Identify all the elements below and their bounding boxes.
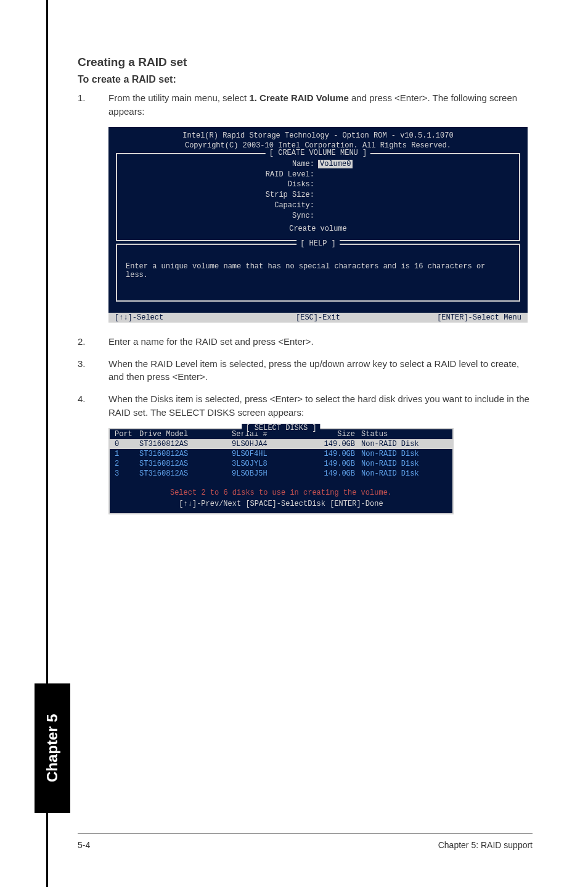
bios-header-1: Intel(R) Rapid Storage Technology - Opti… (113, 131, 523, 141)
hdr-model: Drive Model (139, 430, 232, 439)
footer-chapter: Chapter 5: RAID support (438, 840, 533, 850)
list-item: 3. When the RAID Level item is selected,… (78, 357, 533, 384)
table-row[interactable]: 0 ST3160812AS 9LSOHJA4 149.0GB Non-RAID … (110, 439, 452, 449)
label-create-volume[interactable]: Create volume (117, 224, 519, 234)
select-disks-nav: [↑↓]-Prev/Next [SPACE]-SelectDisk [ENTER… (110, 500, 452, 508)
step-body: From the utility main menu, select 1. Cr… (108, 91, 533, 118)
section-title: Creating a RAID set (78, 56, 533, 69)
label-raid-level[interactable]: RAID Level: (117, 170, 318, 180)
kbd-enter: [ENTER]-Select Menu (394, 313, 521, 322)
step-text-bold: 1. Create RAID Volume (249, 93, 348, 103)
cell-port: 2 (115, 460, 139, 468)
bios-help-frame: [ HELP ] Enter a unique volume name that… (116, 244, 520, 302)
hdr-port: Port (115, 430, 139, 439)
cell-model: ST3160812AS (139, 469, 232, 478)
field-name-value[interactable]: Volume0 (318, 160, 353, 168)
cell-port: 0 (115, 440, 139, 448)
kbd-esc: [ESC]-Exit (242, 313, 394, 322)
step-number: 1. (78, 91, 108, 118)
cell-size: 149.0GB (312, 440, 361, 448)
step-text-pre: From the utility main menu, select (108, 93, 249, 103)
page-footer: 5-4 Chapter 5: RAID support (78, 833, 533, 850)
table-row[interactable]: 2 ST3160812AS 3LSOJYL8 149.0GB Non-RAID … (110, 459, 452, 469)
footer-page-number: 5-4 (78, 840, 90, 850)
cell-serial: 9LSOBJ5H (232, 469, 312, 478)
list-item: 4. When the Disks item is selected, pres… (78, 392, 533, 419)
list-item: 2. Enter a name for the RAID set and pre… (78, 335, 533, 349)
step-number: 4. (78, 392, 108, 419)
cell-model: ST3160812AS (139, 440, 232, 448)
page-content: Creating a RAID set To create a RAID set… (0, 0, 588, 514)
step-body: When the Disks item is selected, press <… (108, 392, 533, 419)
cell-model: ST3160812AS (139, 460, 232, 468)
hdr-status: Status (361, 430, 447, 439)
label-name: Name: (117, 159, 318, 170)
select-disks-legend: [ SELECT DISKS ] (242, 424, 320, 432)
cell-size: 149.0GB (312, 469, 361, 478)
table-row[interactable]: 1 ST3160812AS 9LSOF4HL 149.0GB Non-RAID … (110, 449, 452, 459)
cell-size: 149.0GB (312, 450, 361, 458)
bios-help-text: Enter a unique volume name that has no s… (126, 262, 510, 279)
label-sync[interactable]: Sync: (117, 211, 318, 221)
bios-help-legend: [ HELP ] (296, 239, 340, 248)
bios-select-disks: [ SELECT DISKS ] Port Drive Model Serial… (108, 428, 454, 514)
table-row[interactable]: 3 ST3160812AS 9LSOBJ5H 149.0GB Non-RAID … (110, 469, 452, 479)
cell-status: Non-RAID Disk (361, 440, 447, 448)
cell-status: Non-RAID Disk (361, 460, 447, 468)
list-item: 1. From the utility main menu, select 1.… (78, 91, 533, 118)
cell-serial: 3LSOJYL8 (232, 460, 312, 468)
cell-status: Non-RAID Disk (361, 450, 447, 458)
chapter-tab: Chapter 5 (35, 683, 70, 813)
cell-serial: 9LSOHJA4 (232, 440, 312, 448)
bios-create-volume: Intel(R) Rapid Storage Technology - Opti… (108, 127, 528, 323)
kbd-select: [↑↓]-Select (115, 313, 242, 322)
select-disks-msg: Select 2 to 6 disks to use in creating t… (110, 489, 452, 497)
label-capacity[interactable]: Capacity: (117, 200, 318, 211)
cell-size: 149.0GB (312, 460, 361, 468)
step-number: 2. (78, 335, 108, 349)
bios-create-legend: [ CREATE VOLUME MENU ] (266, 149, 370, 157)
cell-port: 3 (115, 469, 139, 478)
step-number: 3. (78, 357, 108, 384)
cell-serial: 9LSOF4HL (232, 450, 312, 458)
step-body: When the RAID Level item is selected, pr… (108, 357, 533, 384)
cell-port: 1 (115, 450, 139, 458)
label-strip-size[interactable]: Strip Size: (117, 190, 318, 200)
cell-model: ST3160812AS (139, 450, 232, 458)
bios-status-bar: [↑↓]-Select [ESC]-Exit [ENTER]-Select Me… (108, 313, 528, 323)
section-subtitle: To create a RAID set: (78, 74, 533, 85)
cell-status: Non-RAID Disk (361, 469, 447, 478)
label-disks[interactable]: Disks: (117, 179, 318, 190)
bios-create-frame: [ CREATE VOLUME MENU ] Name:Volume0 RAID… (116, 153, 520, 241)
step-body: Enter a name for the RAID set and press … (108, 335, 533, 349)
